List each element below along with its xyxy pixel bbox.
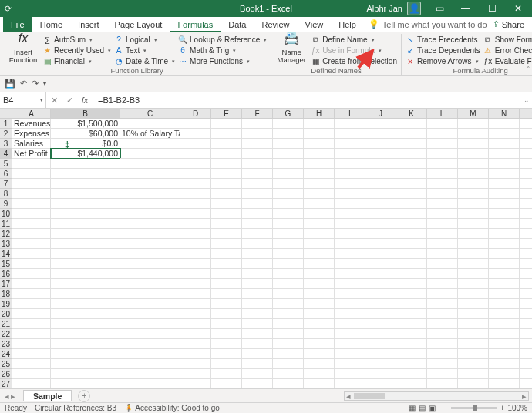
cell-G25[interactable] xyxy=(273,359,304,369)
row-header-9[interactable]: 9 xyxy=(0,199,12,209)
cell-E11[interactable] xyxy=(211,219,242,229)
autosum-button[interactable]: ∑AutoSum▾ xyxy=(42,35,111,45)
cell-I21[interactable] xyxy=(335,319,365,329)
cell-M5[interactable] xyxy=(458,159,489,169)
cell-M3[interactable] xyxy=(458,139,489,149)
cell-L21[interactable] xyxy=(427,319,458,329)
cell-E6[interactable] xyxy=(211,169,242,179)
cell-G20[interactable] xyxy=(273,309,304,319)
cell-I1[interactable] xyxy=(335,119,365,129)
cell-A15[interactable] xyxy=(12,259,51,269)
remove-arrows-button[interactable]: ⨯Remove Arrows▾ xyxy=(406,56,480,66)
row-header-19[interactable]: 19 xyxy=(0,299,12,309)
cell-A9[interactable] xyxy=(12,199,51,209)
column-header-E[interactable]: E xyxy=(211,109,242,119)
cell-G4[interactable] xyxy=(273,149,304,159)
cell-M8[interactable] xyxy=(458,189,489,199)
cell-B27[interactable] xyxy=(51,379,120,388)
cell-G19[interactable] xyxy=(273,299,304,309)
cell-J12[interactable] xyxy=(365,229,396,239)
cell-H12[interactable] xyxy=(304,229,335,239)
tab-data[interactable]: Data xyxy=(221,17,254,32)
column-header-K[interactable]: K xyxy=(396,109,427,119)
sheet-prev-button[interactable]: ◂ xyxy=(5,391,9,401)
column-header-C[interactable]: C xyxy=(120,109,180,119)
cell-L23[interactable] xyxy=(427,339,458,349)
cell-I6[interactable] xyxy=(335,169,365,179)
cell-I17[interactable] xyxy=(335,279,365,289)
cell-C18[interactable] xyxy=(120,289,180,299)
cell-H13[interactable] xyxy=(304,239,335,249)
redo-button[interactable]: ↷ xyxy=(32,79,39,89)
minimize-button[interactable]: — xyxy=(453,0,478,17)
cell-K27[interactable] xyxy=(396,379,427,388)
row-header-10[interactable]: 10 xyxy=(0,209,12,219)
cell-E26[interactable] xyxy=(211,369,242,379)
cell-H10[interactable] xyxy=(304,209,335,219)
cell-D26[interactable] xyxy=(180,369,211,379)
close-button[interactable]: ✕ xyxy=(506,0,530,17)
cell-A23[interactable] xyxy=(12,339,51,349)
cell-D6[interactable] xyxy=(180,169,211,179)
cell-L5[interactable] xyxy=(427,159,458,169)
cell-K10[interactable] xyxy=(396,209,427,219)
cell-G3[interactable] xyxy=(273,139,304,149)
cell-J11[interactable] xyxy=(365,219,396,229)
cell-B25[interactable] xyxy=(51,359,120,369)
cell-G12[interactable] xyxy=(273,229,304,239)
cell-O25[interactable] xyxy=(520,359,532,369)
cell-M6[interactable] xyxy=(458,169,489,179)
cell-B13[interactable] xyxy=(51,239,120,249)
cell-E2[interactable] xyxy=(211,129,242,139)
cell-O13[interactable] xyxy=(520,239,532,249)
cell-G21[interactable] xyxy=(273,319,304,329)
row-header-5[interactable]: 5 xyxy=(0,159,12,169)
cell-G9[interactable] xyxy=(273,199,304,209)
cell-C7[interactable] xyxy=(120,179,180,189)
tab-insert[interactable]: Insert xyxy=(70,17,107,32)
cell-N7[interactable] xyxy=(489,179,520,189)
spreadsheet-grid[interactable]: ABCDEFGHIJKLMNO1Revenues$1,500,0002Expen… xyxy=(0,109,532,388)
cell-C19[interactable] xyxy=(120,299,180,309)
cell-N17[interactable] xyxy=(489,279,520,289)
cell-J3[interactable] xyxy=(365,139,396,149)
column-header-G[interactable]: G xyxy=(273,109,304,119)
cell-D4[interactable] xyxy=(180,149,211,159)
cell-C17[interactable] xyxy=(120,279,180,289)
cell-D8[interactable] xyxy=(180,189,211,199)
page-break-view-button[interactable]: ▣ xyxy=(429,404,436,412)
cell-N19[interactable] xyxy=(489,299,520,309)
add-sheet-button[interactable]: + xyxy=(78,390,90,402)
cell-J26[interactable] xyxy=(365,369,396,379)
zoom-level[interactable]: 100% xyxy=(507,404,527,412)
cell-E5[interactable] xyxy=(211,159,242,169)
row-header-7[interactable]: 7 xyxy=(0,179,12,189)
cell-M20[interactable] xyxy=(458,309,489,319)
cell-J16[interactable] xyxy=(365,269,396,279)
cell-I4[interactable] xyxy=(335,149,365,159)
tab-review[interactable]: Review xyxy=(254,17,297,32)
math-trig-button[interactable]: θMath & Trig▾ xyxy=(178,45,267,55)
cell-J19[interactable] xyxy=(365,299,396,309)
cell-E7[interactable] xyxy=(211,179,242,189)
cell-A1[interactable]: Revenues xyxy=(12,119,51,129)
column-header-H[interactable]: H xyxy=(304,109,335,119)
cell-N27[interactable] xyxy=(489,379,520,388)
cell-E25[interactable] xyxy=(211,359,242,369)
cell-L26[interactable] xyxy=(427,369,458,379)
cell-C15[interactable] xyxy=(120,259,180,269)
cell-M22[interactable] xyxy=(458,329,489,339)
row-header-25[interactable]: 25 xyxy=(0,359,12,369)
cell-B17[interactable] xyxy=(51,279,120,289)
zoom-slider[interactable] xyxy=(451,407,497,409)
cell-H6[interactable] xyxy=(304,169,335,179)
cell-H8[interactable] xyxy=(304,189,335,199)
cell-A14[interactable] xyxy=(12,249,51,259)
column-header-O[interactable]: O xyxy=(520,109,532,119)
cell-O7[interactable] xyxy=(520,179,532,189)
cell-D27[interactable] xyxy=(180,379,211,388)
cell-D12[interactable] xyxy=(180,229,211,239)
cell-B6[interactable] xyxy=(51,169,120,179)
cell-L14[interactable] xyxy=(427,249,458,259)
scroll-right-button[interactable]: ▸ xyxy=(520,391,528,401)
